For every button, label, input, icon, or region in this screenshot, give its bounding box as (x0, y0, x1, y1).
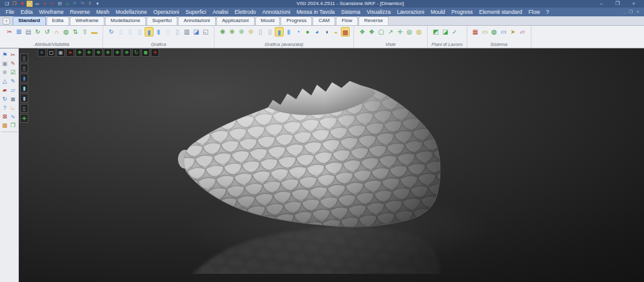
menu-item[interactable]: Reverse (67, 8, 93, 16)
zebra-analysis-icon[interactable]: ◑ (322, 27, 331, 37)
view-right-icon[interactable]: ❖ (104, 48, 112, 57)
menu-item[interactable]: Wireframe (36, 8, 67, 16)
monitor-icon[interactable]: ▭ (34, 1, 40, 7)
ribbon-tab[interactable]: Edita (47, 16, 69, 25)
recent-files-icon[interactable]: ❒ (26, 1, 33, 7)
surfaces-filter-icon[interactable]: ▮ (20, 84, 28, 93)
render-view-icon[interactable]: ◍ (414, 27, 423, 37)
more-commands-icon[interactable]: ▾ (94, 1, 101, 7)
menu-item[interactable]: Flow (525, 8, 543, 16)
ribbon-overflow-button[interactable]: ▪ (3, 18, 10, 25)
filter-elements-icon[interactable]: ∩ (52, 27, 61, 37)
menu-item[interactable]: Sistema (338, 8, 364, 16)
mesh-quality-icon[interactable]: ▯ (265, 27, 274, 37)
delete-attributes-icon[interactable]: ⊠ (14, 27, 23, 37)
drafting-plane-icon[interactable]: ▱ (518, 27, 527, 37)
menu-item[interactable]: File (3, 8, 18, 16)
chart-grid-icon[interactable]: ▦ (1, 121, 9, 130)
view-back-icon[interactable]: ❖ (85, 48, 93, 57)
ribbon-tab[interactable]: Flow (336, 16, 358, 25)
render-settings-icon[interactable]: ❋ (218, 27, 227, 37)
menu-item[interactable]: Lavorazioni (394, 8, 427, 16)
axis-triad-icon[interactable]: ✛ (151, 48, 159, 57)
menu-item[interactable]: Mesh (93, 8, 113, 16)
redo-icon[interactable]: ↷ (79, 1, 86, 7)
previous-view-icon[interactable]: ◎ (405, 27, 414, 37)
shaded-edges-icon[interactable]: ▮ (154, 27, 163, 37)
view-top-icon[interactable]: ❖ (113, 48, 121, 57)
ribbon-tab[interactable]: Progress (280, 16, 312, 25)
child-restore-button[interactable]: ❐ (629, 9, 633, 14)
search-icon[interactable]: ◎ (64, 1, 70, 7)
copy-image-icon[interactable]: ◪ (192, 27, 201, 37)
upload-icon[interactable]: ⇧ (87, 1, 93, 7)
delete-icon[interactable]: ⊠ (1, 112, 9, 121)
rotate-view-icon[interactable]: ❖ (367, 27, 376, 37)
menu-item[interactable]: ? (543, 8, 552, 16)
trim-icon[interactable]: ✂ (9, 50, 17, 59)
ghost-mode-icon[interactable]: ▯ (173, 27, 182, 37)
maximize-button[interactable]: ❐ (615, 0, 619, 8)
close-file-icon[interactable]: ✖ (19, 1, 25, 7)
undo-icon[interactable]: ↶ (72, 1, 78, 7)
view-iso-icon[interactable]: ❖ (123, 48, 131, 57)
shaded-sphere-icon[interactable]: ◔ (294, 27, 303, 37)
pan-view-icon[interactable]: ✛ (396, 27, 404, 37)
ribbon-tab[interactable]: Modellazione (105, 16, 146, 25)
measure-icon[interactable]: ∟ (9, 103, 17, 112)
menu-item[interactable]: Mould (428, 8, 448, 16)
lock-layer-icon[interactable]: ▯ (20, 54, 28, 62)
sheet-icon[interactable]: ▱ (9, 86, 17, 94)
invert-visibility-icon[interactable]: ⇅ (71, 27, 80, 37)
pointer-icon[interactable]: ➤ (66, 48, 74, 57)
active-style-icon[interactable]: ▮ (275, 27, 284, 37)
menu-item[interactable]: Analisi (209, 8, 231, 16)
curve-icon[interactable]: ∿ (9, 112, 17, 121)
diagram-icon[interactable]: ▰ (1, 86, 9, 94)
ribbon-tab[interactable]: Standard (13, 16, 46, 25)
ribbon-tab[interactable]: Superfici (147, 16, 177, 25)
show-all-icon[interactable]: ◍ (62, 27, 70, 37)
wireframe-mode-icon[interactable]: ▯ (116, 27, 125, 37)
snapshot-icon[interactable]: ▣ (57, 48, 65, 57)
selection-box-icon[interactable]: ▣ (1, 59, 9, 68)
validate-icon[interactable]: ☑ (9, 68, 17, 77)
view-front-icon[interactable]: ❖ (75, 48, 84, 57)
align-workplane-icon[interactable]: ◪ (441, 27, 450, 37)
zoom-extents-icon[interactable]: ↗ (386, 27, 395, 37)
isolate-selection-icon[interactable]: ⇧ (80, 27, 89, 37)
menu-item[interactable]: Edita (18, 8, 36, 16)
view-left-icon[interactable]: ❖ (94, 48, 103, 57)
child-minimize-button[interactable]: ˍ (623, 9, 625, 14)
mesh-tools-icon[interactable]: ❋ (1, 68, 9, 77)
regen-icon[interactable]: ↻ (1, 94, 9, 103)
polyline-icon[interactable]: △ (1, 77, 9, 86)
edit-attributes-icon[interactable]: ✂ (5, 27, 14, 37)
scanned-shoe-mesh[interactable] (176, 79, 453, 274)
select-flag-icon[interactable]: ⚑ (1, 50, 9, 59)
data-exchange-icon[interactable]: ➤ (509, 27, 518, 37)
reset-workplane-icon[interactable]: ✓ (450, 27, 459, 37)
world-settings-icon[interactable]: ◍ (490, 27, 499, 37)
export-page-icon[interactable]: ❐ (9, 121, 17, 130)
background-settings-icon[interactable]: ▭ (480, 27, 489, 37)
zoom-window-icon[interactable]: ▢ (377, 27, 386, 37)
viewport-layout-icon[interactable]: ▢ (47, 48, 55, 57)
analysis-sphere-icon[interactable]: ● (303, 27, 312, 37)
menu-item[interactable]: Elettrodo (231, 8, 259, 16)
cylinder-quality-icon[interactable]: ▯ (256, 27, 265, 37)
copy-view-icon[interactable]: ▥ (182, 27, 191, 37)
solids-filter-icon[interactable]: ▮ (20, 74, 28, 82)
hide-rest-icon[interactable]: ▬ (90, 27, 99, 37)
close-button[interactable]: × (632, 0, 635, 8)
layer-manager-icon[interactable]: ▤ (24, 27, 33, 37)
help-icon[interactable]: ? (1, 103, 9, 112)
display-settings-icon[interactable]: ▭ (499, 27, 508, 37)
view-cube-icon[interactable]: ◼ (142, 48, 150, 57)
toggle-visibility-icon[interactable]: ↻ (33, 27, 42, 37)
menu-item[interactable]: Elementi standard (476, 8, 526, 16)
menu-item[interactable]: Operazioni (150, 8, 182, 16)
wireframe-filter-icon[interactable]: ▯ (20, 104, 28, 113)
ribbon-tab[interactable]: Reverse (358, 16, 389, 25)
view-rotate-icon[interactable]: ↻ (132, 48, 140, 57)
